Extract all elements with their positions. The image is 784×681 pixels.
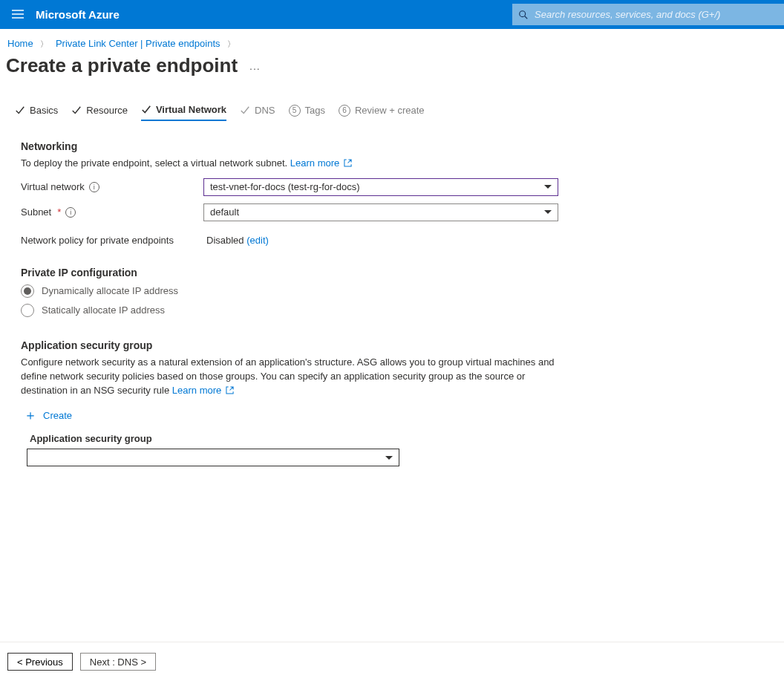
- external-link-icon: [344, 159, 352, 167]
- radio-icon[interactable]: [21, 304, 34, 317]
- chevron-down-icon: [544, 185, 552, 189]
- section-asg: Application security group: [21, 339, 558, 351]
- vnet-dropdown[interactable]: test-vnet-for-docs (test-rg-for-docs): [203, 178, 558, 196]
- learn-more-networking[interactable]: Learn more: [290, 157, 352, 169]
- asg-column-header: Application security group: [30, 433, 558, 444]
- tab-review[interactable]: 6 Review + create: [339, 104, 425, 121]
- check-icon: [71, 105, 82, 116]
- required-mark: *: [57, 206, 61, 218]
- create-label: Create: [43, 410, 72, 421]
- tab-virtual-network[interactable]: Virtual Network: [141, 104, 226, 121]
- tab-label: Virtual Network: [156, 104, 226, 115]
- vnet-label: Virtual network: [21, 181, 85, 192]
- tab-resource[interactable]: Resource: [71, 104, 128, 121]
- breadcrumb: Home 〉 Private Link Center | Private end…: [0, 29, 784, 53]
- global-search[interactable]: [512, 4, 784, 25]
- page-title: Create a private endpoint: [6, 54, 238, 77]
- crumb-plc[interactable]: Private Link Center | Private endpoints: [56, 38, 220, 49]
- tab-label: Resource: [86, 105, 128, 116]
- info-icon[interactable]: i: [65, 207, 76, 218]
- radio-static[interactable]: Statically allocate IP address: [21, 304, 558, 317]
- chevron-down-icon: [544, 210, 552, 214]
- policy-value: Disabled: [206, 235, 244, 246]
- external-link-icon: [226, 386, 234, 394]
- chevron-right-icon: 〉: [227, 39, 235, 48]
- radio-label: Statically allocate IP address: [42, 304, 165, 316]
- svg-point-0: [520, 10, 526, 16]
- wizard-tabs: Basics Resource Virtual Network DNS 5 Ta…: [0, 83, 784, 121]
- radio-dynamic[interactable]: Dynamically allocate IP address: [21, 284, 558, 298]
- tab-label: DNS: [255, 105, 275, 116]
- edit-policy-link[interactable]: (edit): [246, 235, 269, 246]
- brand-title[interactable]: Microsoft Azure: [36, 8, 120, 21]
- networking-desc: To deploy the private endpoint, select a…: [21, 157, 558, 171]
- search-icon: [518, 10, 529, 20]
- subnet-value: default: [210, 206, 239, 218]
- learn-more-asg[interactable]: Learn more: [172, 385, 234, 396]
- check-icon: [141, 105, 151, 115]
- info-icon[interactable]: i: [89, 182, 99, 192]
- subnet-dropdown[interactable]: default: [203, 203, 558, 221]
- plus-icon: ＋: [24, 406, 37, 424]
- section-networking: Networking: [21, 140, 558, 152]
- check-icon: [15, 105, 25, 116]
- step-number: 5: [289, 105, 301, 117]
- asg-desc: Configure network security as a natural …: [21, 356, 558, 398]
- radio-label: Dynamically allocate IP address: [42, 285, 178, 296]
- tab-label: Tags: [305, 105, 325, 116]
- vnet-value: test-vnet-for-docs (test-rg-for-docs): [210, 181, 360, 192]
- crumb-home[interactable]: Home: [7, 38, 33, 49]
- menu-icon[interactable]: [0, 8, 36, 22]
- create-asg-button[interactable]: ＋ Create: [24, 406, 558, 424]
- section-ipconfig: Private IP configuration: [21, 267, 558, 278]
- asg-dropdown[interactable]: [27, 449, 399, 466]
- svg-line-1: [525, 16, 528, 19]
- check-icon: [240, 105, 250, 116]
- policy-label: Network policy for private endpoints: [21, 235, 174, 246]
- tab-dns[interactable]: DNS: [240, 104, 275, 121]
- tab-label: Basics: [30, 105, 58, 116]
- more-icon[interactable]: ···: [249, 62, 261, 74]
- step-number: 6: [339, 105, 350, 117]
- search-input[interactable]: [533, 8, 778, 21]
- radio-icon[interactable]: [21, 284, 34, 298]
- subnet-label: Subnet: [21, 206, 51, 218]
- tab-basics[interactable]: Basics: [15, 104, 58, 121]
- tab-label: Review + create: [355, 105, 425, 116]
- chevron-right-icon: 〉: [40, 39, 48, 48]
- tab-tags[interactable]: 5 Tags: [289, 104, 325, 121]
- top-bar: Microsoft Azure: [0, 0, 784, 29]
- chevron-down-icon: [385, 456, 393, 460]
